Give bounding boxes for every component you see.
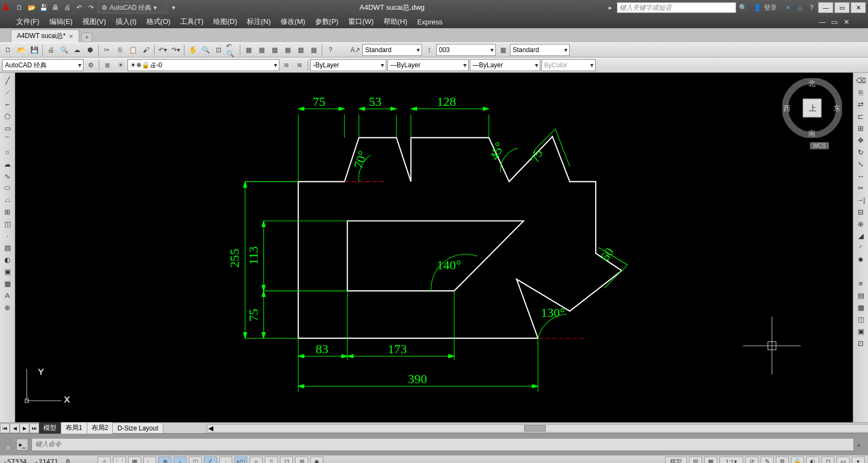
dc-icon[interactable]: ▦: [256, 44, 267, 56]
layer-state-icon[interactable]: ☀: [114, 59, 126, 71]
search-input[interactable]: 键入关键字或短语: [617, 2, 736, 13]
sb-infer-icon[interactable]: ⊹: [98, 456, 111, 464]
hatch-icon[interactable]: ▨: [2, 242, 14, 253]
cmd-handle-icon[interactable]: ▴: [857, 441, 865, 448]
document-tab[interactable]: A4DWT sucai总* ×: [11, 29, 79, 42]
tablestyle-icon[interactable]: ▦: [497, 44, 509, 56]
menu-insert[interactable]: 插入(I): [116, 17, 136, 27]
aux1-icon[interactable]: ◫: [855, 314, 867, 325]
3dprint-icon[interactable]: ⬢: [84, 44, 96, 56]
sb-iso-icon[interactable]: ⊡: [821, 456, 834, 464]
layer-mgr-icon[interactable]: ≣: [101, 59, 113, 71]
cmd-close-icon[interactable]: ×: [6, 443, 10, 452]
sb-grid-icon[interactable]: ▦: [128, 456, 141, 464]
sb-layout-icon[interactable]: ▥: [689, 456, 702, 464]
sb-snap-icon[interactable]: ⋮⋮: [113, 456, 126, 464]
wcs-indicator[interactable]: WCS: [810, 142, 829, 149]
break-icon[interactable]: ⊟: [855, 206, 867, 217]
sb-polar-icon[interactable]: ⊕: [158, 456, 171, 464]
qnew-icon[interactable]: 🗋: [2, 44, 14, 56]
login-button[interactable]: 👤 登录: [749, 3, 781, 12]
color-select[interactable]: ▫ ByLayer: [310, 59, 386, 71]
sb-lwt-icon[interactable]: ≡: [250, 456, 263, 464]
open2-icon[interactable]: 📂: [15, 44, 27, 56]
open-icon[interactable]: 📂: [26, 2, 37, 13]
chamfer-icon[interactable]: ◢: [855, 230, 867, 241]
menu-help[interactable]: 帮助(H): [384, 17, 407, 27]
new-icon[interactable]: 🗋: [14, 2, 25, 13]
xline-icon[interactable]: ⟋: [2, 87, 14, 98]
match-icon[interactable]: 🖌: [140, 44, 152, 56]
ssm-icon[interactable]: ▦: [282, 44, 293, 56]
spline-icon[interactable]: ∿: [2, 170, 14, 181]
markup-icon[interactable]: ▦: [295, 44, 307, 56]
tab-next-icon[interactable]: ▶: [20, 423, 29, 433]
tab-prev-icon[interactable]: ◀: [10, 423, 20, 433]
tab-first-icon[interactable]: ⏮: [0, 423, 10, 433]
menu-view[interactable]: 视图(V): [82, 17, 106, 27]
doc-restore-icon[interactable]: ▭: [829, 16, 840, 27]
sb-ducs-icon[interactable]: ⟂: [219, 456, 232, 464]
sb-am-icon[interactable]: ◉: [310, 456, 323, 464]
tp-icon[interactable]: ▦: [269, 44, 280, 56]
array-icon[interactable]: ⊞: [855, 123, 867, 134]
sb-otrack-icon[interactable]: ∠: [204, 456, 217, 464]
binoculars-icon[interactable]: 🔍: [737, 2, 748, 13]
stretch-icon[interactable]: ↔: [855, 170, 867, 181]
command-input[interactable]: 键入命令: [31, 438, 854, 451]
cut-icon[interactable]: ✂: [101, 44, 113, 56]
rotate-icon[interactable]: ↻: [855, 147, 867, 157]
rect-icon[interactable]: ▭: [2, 123, 14, 134]
plot-icon[interactable]: 🖨: [45, 44, 57, 56]
area-icon[interactable]: ▤: [855, 290, 867, 301]
tab-close-icon[interactable]: ×: [69, 32, 73, 41]
join-icon[interactable]: ⊕: [855, 218, 867, 229]
undo-icon[interactable]: ↶: [74, 2, 85, 13]
erase-icon[interactable]: ⌫: [855, 75, 867, 86]
layer-prev-icon[interactable]: ≋: [280, 59, 292, 71]
revcloud-icon[interactable]: ☁: [2, 158, 14, 169]
dimstyle-icon[interactable]: ⟟: [423, 44, 435, 56]
workspace-select2[interactable]: AutoCAD 经典: [2, 59, 84, 71]
dim-style-select[interactable]: 003: [436, 44, 496, 56]
zoomprev-icon[interactable]: ↶🔍: [226, 44, 238, 56]
gradient-icon[interactable]: ◐: [2, 254, 14, 265]
help2-icon[interactable]: ?: [324, 44, 336, 56]
layout-tab-d[interactable]: D-Size Layout: [113, 423, 163, 433]
sb-annoscale2-icon[interactable]: ✎: [761, 456, 774, 464]
aux2-icon[interactable]: ▣: [855, 326, 867, 337]
doc-min-icon[interactable]: —: [817, 16, 828, 27]
exchange2-icon[interactable]: ◬: [794, 2, 805, 13]
scale-icon[interactable]: ⤡: [855, 158, 867, 169]
search-arrow-icon[interactable]: ▸: [605, 2, 616, 13]
print-icon[interactable]: 🖨: [62, 2, 73, 13]
point-icon[interactable]: ·: [2, 230, 14, 241]
close-button[interactable]: ✕: [851, 2, 866, 13]
trim-icon[interactable]: ✂: [855, 182, 867, 193]
sb-annoscale-icon[interactable]: ⟳: [745, 456, 758, 464]
circle-icon[interactable]: ○: [2, 147, 14, 157]
preview-icon[interactable]: 🔍: [58, 44, 70, 56]
sb-tpy-icon[interactable]: ▯: [265, 456, 278, 464]
layout-tab-2[interactable]: 布局2: [87, 422, 113, 434]
saveas-icon[interactable]: 🖶: [50, 2, 61, 13]
aux3-icon[interactable]: ⊡: [855, 338, 867, 348]
layer-select[interactable]: ☀❄🔒🖨▫ 0: [127, 59, 279, 71]
drawing-canvas[interactable]: Y X: [15, 73, 853, 422]
undo2-icon[interactable]: ↶▾: [157, 44, 169, 56]
sb-qv-icon[interactable]: ▦: [704, 456, 717, 464]
menu-dim[interactable]: 标注(N): [247, 17, 271, 27]
layout-tab-1[interactable]: 布局1: [61, 422, 87, 434]
doc-close-icon[interactable]: ✕: [841, 16, 852, 27]
sb-3dosnap-icon[interactable]: ◫: [189, 456, 202, 464]
layout-tab-model[interactable]: 模型: [39, 422, 61, 434]
sb-scale-display[interactable]: 1:1▾: [719, 456, 743, 464]
sb-ws-icon[interactable]: ⚙: [776, 456, 789, 464]
dist-icon[interactable]: ≡: [855, 278, 867, 289]
ws-settings-icon[interactable]: ⚙: [85, 59, 97, 71]
maximize-button[interactable]: ▭: [834, 2, 850, 13]
menu-tools[interactable]: 工具(T): [180, 17, 203, 27]
mtext-icon[interactable]: A: [2, 290, 14, 301]
zoom-icon[interactable]: 🔍: [200, 44, 212, 56]
h-scrollbar-thumb[interactable]: [524, 425, 546, 432]
